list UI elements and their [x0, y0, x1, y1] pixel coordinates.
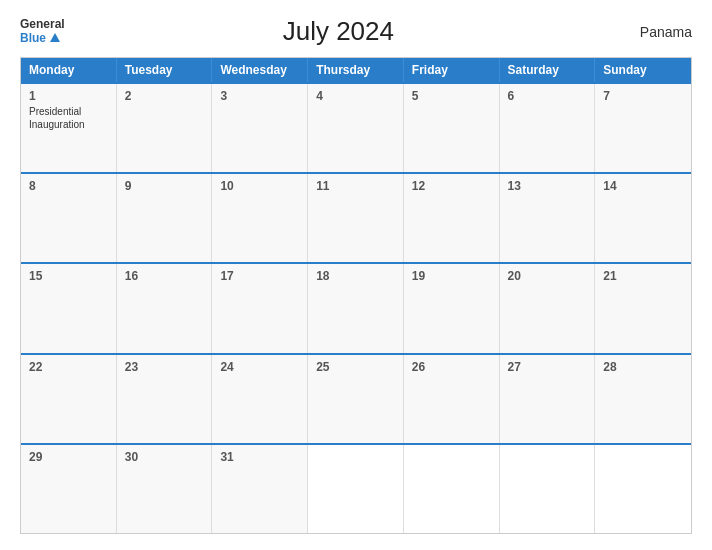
cell-jul-5: 5 — [404, 84, 500, 172]
cell-empty-2 — [404, 445, 500, 533]
cell-jul-12: 12 — [404, 174, 500, 262]
day-header-tuesday: Tuesday — [117, 58, 213, 82]
cell-jul-2: 2 — [117, 84, 213, 172]
cell-jul-6: 6 — [500, 84, 596, 172]
cell-jul-9: 9 — [117, 174, 213, 262]
cell-jul-24: 24 — [212, 355, 308, 443]
week-1: 1 Presidential Inauguration 2 3 4 5 6 7 — [21, 82, 691, 172]
cell-jul-25: 25 — [308, 355, 404, 443]
cell-jul-31: 31 — [212, 445, 308, 533]
day-header-monday: Monday — [21, 58, 117, 82]
cell-jul-7: 7 — [595, 84, 691, 172]
cell-jul-21: 21 — [595, 264, 691, 352]
cell-jul-19: 19 — [404, 264, 500, 352]
cell-jul-17: 17 — [212, 264, 308, 352]
cell-jul-29: 29 — [21, 445, 117, 533]
week-4: 22 23 24 25 26 27 28 — [21, 353, 691, 443]
cell-jul-15: 15 — [21, 264, 117, 352]
days-header: Monday Tuesday Wednesday Thursday Friday… — [21, 58, 691, 82]
cell-jul-4: 4 — [308, 84, 404, 172]
calendar-title: July 2024 — [65, 16, 612, 47]
logo-general-text: General — [20, 18, 65, 31]
week-2: 8 9 10 11 12 13 14 — [21, 172, 691, 262]
cell-jul-1: 1 Presidential Inauguration — [21, 84, 117, 172]
day-header-saturday: Saturday — [500, 58, 596, 82]
logo: General Blue — [20, 18, 65, 44]
day-header-sunday: Sunday — [595, 58, 691, 82]
cell-jul-11: 11 — [308, 174, 404, 262]
cell-jul-28: 28 — [595, 355, 691, 443]
header: General Blue July 2024 Panama — [20, 16, 692, 47]
day-header-friday: Friday — [404, 58, 500, 82]
cell-jul-14: 14 — [595, 174, 691, 262]
cell-jul-13: 13 — [500, 174, 596, 262]
day-header-wednesday: Wednesday — [212, 58, 308, 82]
weeks: 1 Presidential Inauguration 2 3 4 5 6 7 … — [21, 82, 691, 533]
cell-empty-3 — [500, 445, 596, 533]
country-label: Panama — [612, 24, 692, 40]
cell-empty-1 — [308, 445, 404, 533]
cell-jul-20: 20 — [500, 264, 596, 352]
cell-jul-27: 27 — [500, 355, 596, 443]
day-header-thursday: Thursday — [308, 58, 404, 82]
calendar: Monday Tuesday Wednesday Thursday Friday… — [20, 57, 692, 534]
cell-jul-3: 3 — [212, 84, 308, 172]
cell-jul-23: 23 — [117, 355, 213, 443]
week-3: 15 16 17 18 19 20 21 — [21, 262, 691, 352]
cell-jul-18: 18 — [308, 264, 404, 352]
logo-triangle-icon — [50, 33, 60, 42]
cell-empty-4 — [595, 445, 691, 533]
cell-jul-22: 22 — [21, 355, 117, 443]
cell-jul-16: 16 — [117, 264, 213, 352]
page: General Blue July 2024 Panama Monday Tue… — [0, 0, 712, 550]
logo-blue-text: Blue — [20, 32, 46, 45]
cell-jul-8: 8 — [21, 174, 117, 262]
cell-jul-26: 26 — [404, 355, 500, 443]
cell-jul-10: 10 — [212, 174, 308, 262]
week-5: 29 30 31 — [21, 443, 691, 533]
cell-jul-30: 30 — [117, 445, 213, 533]
